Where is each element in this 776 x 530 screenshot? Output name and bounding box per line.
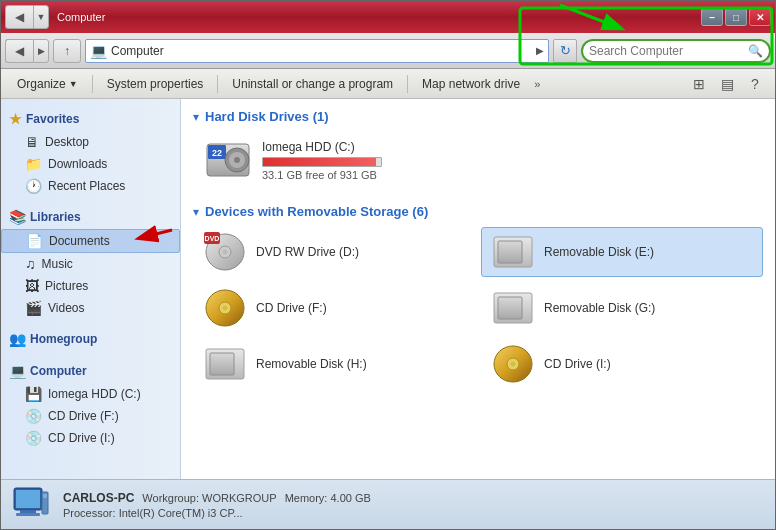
hard-disk-section-title: Hard Disk Drives (1) bbox=[205, 109, 329, 124]
svg-rect-10 bbox=[498, 241, 522, 263]
pc-status-icon bbox=[11, 485, 51, 525]
map-network-button[interactable]: Map network drive bbox=[414, 73, 528, 95]
sidebar-item-music[interactable]: ♫ Music bbox=[1, 253, 180, 275]
sidebar-item-downloads[interactable]: 📁 Downloads bbox=[1, 153, 180, 175]
libraries-icon: 📚 bbox=[9, 209, 26, 225]
status-info: CARLOS-PC Workgroup: WORKGROUP Memory: 4… bbox=[63, 491, 371, 519]
removable-section-header: ▾ Devices with Removable Storage (6) bbox=[193, 204, 763, 219]
videos-icon: 🎬 bbox=[25, 300, 42, 316]
forward-dropdown[interactable]: ▼ bbox=[33, 5, 49, 29]
cd-i-drive-icon bbox=[492, 346, 534, 382]
sidebar-homegroup-section: 👥 Homegroup bbox=[1, 327, 180, 351]
sidebar-homegroup-header[interactable]: 👥 Homegroup bbox=[1, 327, 180, 351]
removable-i-name: CD Drive (I:) bbox=[544, 357, 611, 371]
hard-disk-collapse-icon[interactable]: ▾ bbox=[193, 110, 199, 124]
sidebar-item-desktop[interactable]: 🖥 Desktop bbox=[1, 131, 180, 153]
sidebar-favorites-header[interactable]: ★ Favorites bbox=[1, 107, 180, 131]
search-box[interactable]: 🔍 bbox=[581, 39, 771, 63]
search-icon[interactable]: 🔍 bbox=[748, 44, 763, 58]
back-button[interactable]: ◀ bbox=[5, 5, 33, 29]
removable-item-h[interactable]: Removable Disk (H:) bbox=[193, 339, 475, 389]
drive-item-c[interactable]: 22 Iomega HDD (C:) 33.1 GB free of 931 G bbox=[193, 132, 393, 188]
drive-c-name: Iomega HDD (C:) bbox=[262, 140, 382, 154]
removable-d-name: DVD RW Drive (D:) bbox=[256, 245, 359, 259]
workgroup-info: Workgroup: WORKGROUP bbox=[142, 492, 276, 504]
sidebar-item-pictures[interactable]: 🖼 Pictures bbox=[1, 275, 180, 297]
svg-point-5 bbox=[234, 157, 240, 163]
toolbar-separator-3 bbox=[407, 75, 408, 93]
music-icon: ♫ bbox=[25, 256, 36, 272]
back-nav-button[interactable]: ◀ bbox=[5, 39, 33, 63]
sidebar-item-hdd-c[interactable]: 💾 Iomega HDD (C:) bbox=[1, 383, 180, 405]
toolbar: Organize ▼ System properties Uninstall o… bbox=[1, 69, 775, 99]
removable-f-name: CD Drive (F:) bbox=[256, 301, 327, 315]
pictures-icon: 🖼 bbox=[25, 278, 39, 294]
close-button[interactable]: ✕ bbox=[749, 8, 771, 26]
favorites-star-icon: ★ bbox=[9, 111, 22, 127]
up-button[interactable]: ↑ bbox=[53, 39, 81, 63]
organize-button[interactable]: Organize ▼ bbox=[9, 73, 86, 95]
svg-point-13 bbox=[223, 306, 228, 311]
sidebar-favorites-section: ★ Favorites 🖥 Desktop 📁 Downloads 🕐 Rece… bbox=[1, 107, 180, 197]
address-computer-icon: 💻 bbox=[90, 43, 107, 59]
removable-e-icon bbox=[492, 234, 534, 270]
cd-f-drive-icon bbox=[204, 290, 246, 326]
refresh-button[interactable]: ↻ bbox=[553, 39, 577, 63]
svg-text:22: 22 bbox=[212, 148, 222, 158]
content-area: ▾ Hard Disk Drives (1) bbox=[181, 99, 775, 479]
removable-item-e[interactable]: Removable Disk (E:) bbox=[481, 227, 763, 277]
forward-nav-button[interactable]: ▶ bbox=[33, 39, 49, 63]
sidebar-libraries-header[interactable]: 📚 Libraries bbox=[1, 205, 180, 229]
sidebar-libraries-section: 📚 Libraries 📄 Documents ♫ Music 🖼 Pictur… bbox=[1, 205, 180, 319]
toolbar-right: ⊞ ▤ ? bbox=[687, 73, 767, 95]
drive-c-space: 33.1 GB free of 931 GB bbox=[262, 169, 382, 181]
sidebar-item-recent[interactable]: 🕐 Recent Places bbox=[1, 175, 180, 197]
sidebar-computer-header[interactable]: 💻 Computer bbox=[1, 359, 180, 383]
cd-i-icon: 💿 bbox=[25, 430, 42, 446]
cd-f-icon: 💿 bbox=[25, 408, 42, 424]
svg-rect-23 bbox=[20, 510, 36, 513]
hard-disk-section-header: ▾ Hard Disk Drives (1) bbox=[193, 109, 763, 124]
uninstall-button[interactable]: Uninstall or change a program bbox=[224, 73, 401, 95]
toolbar-more-button[interactable]: » bbox=[534, 78, 540, 90]
sidebar-item-documents[interactable]: 📄 Documents bbox=[1, 229, 180, 253]
memory-info: Memory: 4.00 GB bbox=[285, 492, 371, 504]
window: ◀ ▼ Computer – □ ✕ ◀ ▶ ↑ 💻 Computer ▶ ↻ … bbox=[0, 0, 776, 530]
removable-g-icon bbox=[492, 290, 534, 326]
window-title: Computer bbox=[57, 11, 105, 23]
view-options-button[interactable]: ⊞ bbox=[687, 73, 711, 95]
processor-info: Processor: Intel(R) Core(TM) i3 CP... bbox=[63, 507, 371, 519]
documents-icon: 📄 bbox=[26, 233, 43, 249]
svg-point-8 bbox=[223, 250, 228, 255]
svg-rect-22 bbox=[16, 490, 40, 508]
window-controls: – □ ✕ bbox=[701, 8, 771, 26]
drive-c-progress-fill bbox=[263, 158, 376, 166]
address-dropdown-arrow[interactable]: ▶ bbox=[536, 45, 544, 56]
sidebar-item-cd-i[interactable]: 💿 CD Drive (I:) bbox=[1, 427, 180, 449]
removable-item-g[interactable]: Removable Disk (G:) bbox=[481, 283, 763, 333]
removable-drives-grid: DVD DVD RW Drive (D:) bbox=[193, 227, 763, 389]
system-properties-button[interactable]: System properties bbox=[99, 73, 212, 95]
removable-collapse-icon[interactable]: ▾ bbox=[193, 205, 199, 219]
dvd-d-icon: DVD bbox=[204, 234, 246, 270]
toolbar-separator-1 bbox=[92, 75, 93, 93]
nav-buttons: ◀ ▶ bbox=[5, 39, 49, 63]
preview-pane-button[interactable]: ▤ bbox=[715, 73, 739, 95]
sidebar-item-videos[interactable]: 🎬 Videos bbox=[1, 297, 180, 319]
address-field[interactable]: 💻 Computer ▶ bbox=[85, 39, 549, 63]
removable-item-d[interactable]: DVD DVD RW Drive (D:) bbox=[193, 227, 475, 277]
homegroup-icon: 👥 bbox=[9, 331, 26, 347]
minimize-button[interactable]: – bbox=[701, 8, 723, 26]
computer-sidebar-icon: 💻 bbox=[9, 363, 26, 379]
hdd-c-icon: 💾 bbox=[25, 386, 42, 402]
search-input[interactable] bbox=[589, 44, 744, 58]
maximize-button[interactable]: □ bbox=[725, 8, 747, 26]
removable-item-i[interactable]: CD Drive (I:) bbox=[481, 339, 763, 389]
help-button[interactable]: ? bbox=[743, 73, 767, 95]
hard-disk-drives-grid: 22 Iomega HDD (C:) 33.1 GB free of 931 G bbox=[193, 132, 763, 188]
status-bar: CARLOS-PC Workgroup: WORKGROUP Memory: 4… bbox=[1, 479, 775, 529]
svg-point-20 bbox=[511, 362, 516, 367]
removable-item-f[interactable]: CD Drive (F:) bbox=[193, 283, 475, 333]
sidebar-item-cd-f[interactable]: 💿 CD Drive (F:) bbox=[1, 405, 180, 427]
svg-rect-17 bbox=[210, 353, 234, 375]
